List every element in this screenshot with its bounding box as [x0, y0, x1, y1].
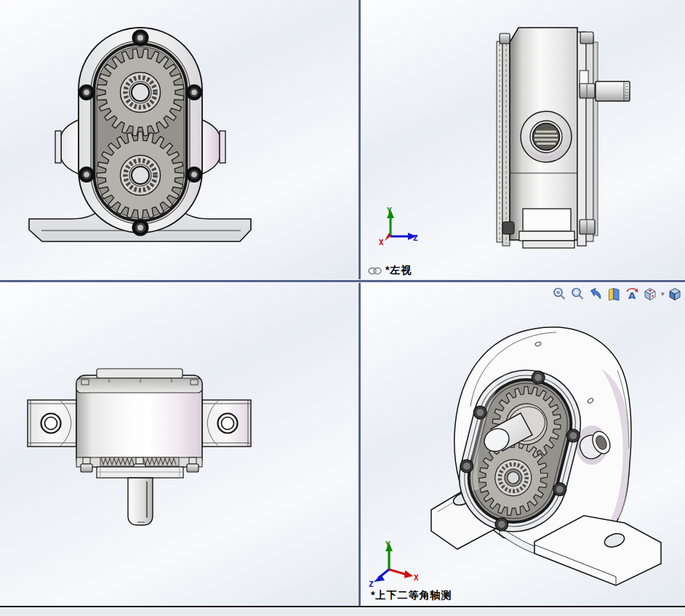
viewport-name-text: *左视 — [385, 264, 412, 277]
triad-y-label: Y — [385, 540, 390, 549]
lower-bearing — [121, 156, 161, 196]
viewport-splitter-vertical[interactable] — [358, 0, 361, 606]
right-flange — [202, 400, 251, 447]
view-orientation-icon[interactable] — [642, 286, 658, 301]
triad-z-label: Z — [369, 580, 374, 588]
zoom-to-fit-icon[interactable] — [551, 286, 567, 301]
status-bar — [0, 606, 685, 616]
section-view-icon[interactable] — [606, 286, 622, 301]
left-flange — [28, 400, 76, 447]
triad-x-label: X — [414, 573, 419, 583]
drive-shaft-side — [596, 81, 630, 101]
viewport-front[interactable] — [0, 0, 358, 279]
heads-up-view-toolbar: A ▾ ▾ — [551, 286, 685, 301]
viewport-left[interactable]: Y Z X *左视 — [361, 0, 685, 279]
zoom-to-area-icon[interactable] — [569, 286, 585, 301]
discharge-port — [201, 119, 220, 175]
orientation-triad: Y X Z — [367, 539, 422, 588]
pump-foot-side — [519, 209, 574, 248]
viewport-top[interactable] — [0, 283, 358, 606]
graphics-area: Y Z X *左视 — [0, 0, 685, 616]
viewport-splitter-horizontal[interactable] — [0, 279, 685, 283]
triad-x-label: X — [379, 238, 384, 247]
display-style-icon[interactable] — [667, 286, 683, 301]
svg-text:A: A — [628, 290, 636, 301]
viewport-isometric[interactable]: A ▾ ▾ Y X Z *上下二等角轴测 — [361, 283, 685, 606]
viewport-name-label: *上下二等角轴测 — [371, 589, 452, 602]
viewport-name-label: *左视 — [368, 264, 412, 277]
triad-y-label: Y — [387, 206, 392, 215]
viewport-name-text: *上下二等角轴测 — [371, 589, 452, 602]
upper-bearing — [121, 73, 161, 113]
previous-view-icon[interactable] — [588, 286, 604, 301]
drive-shaft-top — [128, 478, 153, 525]
view-orientation-dropdown[interactable]: ▾ — [661, 290, 665, 297]
orientation-triad: Y Z X — [372, 205, 420, 250]
port-boss — [521, 111, 572, 162]
front-view-model[interactable] — [0, 0, 358, 279]
suction-port — [61, 119, 80, 175]
triad-z-label: Z — [413, 233, 418, 243]
link-icon — [368, 267, 382, 275]
top-view-model[interactable] — [0, 283, 358, 606]
rotate-view-icon[interactable]: A — [624, 286, 640, 301]
